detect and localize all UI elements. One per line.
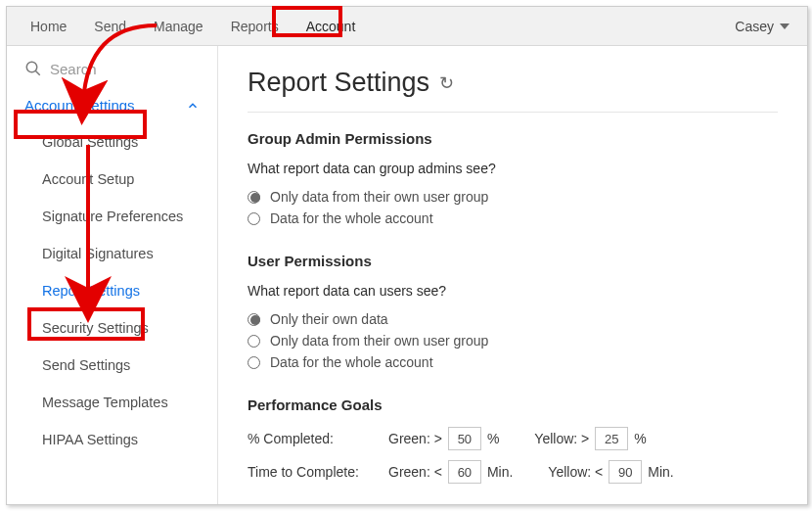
section-goals-heading: Performance Goals — [248, 396, 778, 413]
svg-point-0 — [26, 62, 37, 72]
section-group-admin-heading: Group Admin Permissions — [248, 130, 778, 147]
goal-yellow-time-input[interactable]: 90 — [609, 460, 642, 484]
sidebar: Search Account Settings Global Settings … — [7, 46, 218, 504]
goal-green-completed-input[interactable]: 50 — [448, 427, 481, 450]
sidebar-item-send-settings[interactable]: Send Settings — [7, 347, 217, 384]
radio-icon — [248, 191, 260, 204]
svg-line-1 — [35, 70, 40, 75]
nav-manage[interactable]: Manage — [140, 9, 217, 44]
chevron-up-icon — [186, 99, 200, 113]
radio-user-whole-account[interactable]: Data for the whole account — [248, 351, 778, 373]
group-admin-question: What report data can group admins see? — [248, 161, 778, 176]
goal-row-completed: % Completed: Green: > 50 % Yellow: > 25 … — [248, 427, 778, 450]
page-title: Report Settings ↻ — [248, 68, 778, 98]
group-admin-radios: Only data from their own user group Data… — [248, 186, 778, 229]
radio-group-admin-whole-account[interactable]: Data for the whole account — [248, 208, 778, 229]
sidebar-item-account-setup[interactable]: Account Setup — [7, 161, 217, 198]
search-placeholder: Search — [50, 61, 97, 77]
radio-group-admin-own-group[interactable]: Only data from their own user group — [248, 186, 778, 208]
sidebar-item-report-settings[interactable]: Report Settings — [7, 272, 217, 309]
sidebar-item-digital-signatures[interactable]: Digital Signatures — [7, 235, 217, 272]
user-perm-radios: Only their own data Only data from their… — [248, 308, 778, 373]
search-icon — [24, 60, 42, 77]
sidebar-item-hipaa-settings[interactable]: HIPAA Settings — [7, 421, 217, 458]
goal-green-time-input[interactable]: 60 — [448, 460, 481, 484]
radio-icon — [248, 212, 260, 225]
user-menu[interactable]: Casey — [727, 13, 797, 40]
user-perm-question: What report data can users see? — [248, 283, 778, 299]
sidebar-item-signature-preferences[interactable]: Signature Preferences — [7, 198, 217, 235]
section-user-perm-heading: User Permissions — [248, 253, 778, 269]
sidebar-subnav: Global Settings Account Setup Signature … — [7, 123, 217, 458]
goal-row-time: Time to Complete: Green: < 60 Min. Yello… — [248, 460, 778, 484]
sidebar-section-label: Account Settings — [24, 97, 135, 114]
search-input[interactable]: Search — [7, 46, 217, 87]
divider — [248, 112, 778, 113]
radio-icon — [248, 313, 260, 326]
sidebar-item-message-templates[interactable]: Message Templates — [7, 384, 217, 421]
refresh-icon[interactable]: ↻ — [439, 72, 454, 94]
radio-icon — [248, 335, 260, 348]
top-nav: Home Send Manage Reports Account Casey — [7, 7, 807, 46]
radio-user-own-group[interactable]: Only data from their own user group — [248, 330, 778, 351]
goal-yellow-completed-input[interactable]: 25 — [595, 427, 628, 450]
caret-down-icon — [780, 23, 789, 29]
sidebar-section-account-settings[interactable]: Account Settings — [7, 87, 217, 123]
radio-user-own-data[interactable]: Only their own data — [248, 308, 778, 330]
nav-send[interactable]: Send — [80, 9, 140, 44]
nav-account[interactable]: Account — [293, 9, 370, 44]
main-content: Report Settings ↻ Group Admin Permission… — [218, 46, 807, 504]
nav-home[interactable]: Home — [17, 9, 80, 44]
nav-reports[interactable]: Reports — [217, 9, 293, 44]
radio-icon — [248, 356, 260, 369]
sidebar-item-security-settings[interactable]: Security Settings — [7, 309, 217, 347]
sidebar-item-global-settings[interactable]: Global Settings — [7, 123, 217, 161]
user-name: Casey — [735, 19, 774, 34]
